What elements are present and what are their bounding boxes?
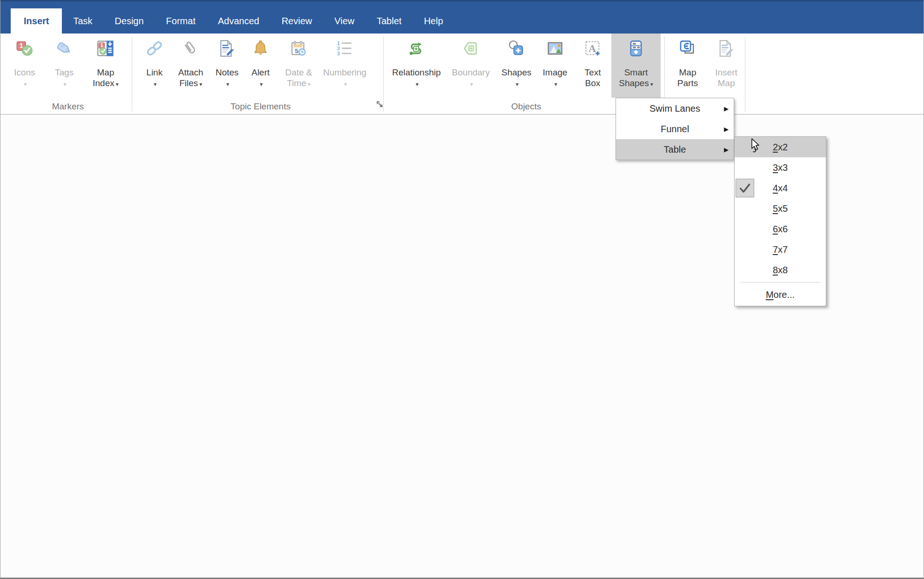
submenu-item-more[interactable]: More... xyxy=(735,284,826,305)
text-box-icon: A xyxy=(583,39,602,58)
tags-button: Tags▾ xyxy=(45,34,83,98)
svg-text:A: A xyxy=(588,42,596,54)
paperclip-icon xyxy=(181,39,200,58)
menu-item-swim-lanes[interactable]: Swim Lanes ▶ xyxy=(616,98,734,119)
dropdown-caret-icon: ▾ xyxy=(116,81,119,88)
icons-button: 1 Icons▾ xyxy=(4,34,45,98)
numbering-button: 123 Numbering▾ xyxy=(320,34,370,98)
tag-icon xyxy=(55,39,74,58)
tab-view[interactable]: View xyxy=(323,8,366,34)
dropdown-caret-icon: ▾ xyxy=(260,81,262,88)
dropdown-caret-icon: ▾ xyxy=(650,81,653,88)
tab-advanced[interactable]: Advanced xyxy=(207,8,270,34)
checked-indicator xyxy=(736,179,754,197)
date-time-button: 5 Date &Time▾ xyxy=(278,34,320,98)
dropdown-caret-icon: ▾ xyxy=(516,81,518,88)
map-parts-button[interactable]: MapParts▾ xyxy=(667,34,708,98)
submenu-item-3x3[interactable]: 3x3 xyxy=(735,157,826,178)
menu-item-funnel[interactable]: Funnel ▶ xyxy=(616,119,734,139)
dropdown-caret-icon: ▾ xyxy=(415,81,418,88)
relationship-button[interactable]: Relationship▾ xyxy=(388,34,445,98)
submenu-item-7x7[interactable]: 7x7 xyxy=(735,239,826,260)
calendar-clock-icon: 5 xyxy=(289,39,308,58)
dropdown-caret-icon: ▾ xyxy=(308,81,310,88)
smart-shapes-icon xyxy=(627,39,645,58)
map-index-icon: 1 xyxy=(96,39,115,58)
tab-review[interactable]: Review xyxy=(270,8,323,34)
tab-design[interactable]: Design xyxy=(104,8,155,34)
tab-task[interactable]: Task xyxy=(62,8,103,34)
submenu-arrow-icon: ▶ xyxy=(724,105,729,112)
shapes-button[interactable]: Shapes▾ xyxy=(497,34,536,98)
shapes-icon xyxy=(507,39,526,58)
dropdown-caret-icon: ▾ xyxy=(200,81,202,88)
submenu-item-6x6[interactable]: 6x6 xyxy=(735,219,826,239)
map-parts-icon xyxy=(678,39,697,58)
text-box-button[interactable]: A TextBox▾ xyxy=(574,34,611,98)
tab-insert[interactable]: Insert xyxy=(11,8,62,34)
icons-icon: 1 xyxy=(15,39,34,58)
insert-map-button: InsertMap▾ xyxy=(708,34,744,98)
tab-tablet[interactable]: Tablet xyxy=(366,8,413,34)
group-separator xyxy=(383,36,384,112)
dropdown-caret-icon: ▾ xyxy=(24,81,27,88)
boundary-button: Boundary▾ xyxy=(445,34,497,98)
submenu-arrow-icon: ▶ xyxy=(724,146,729,153)
map-index-button[interactable]: 1 MapIndex▾ xyxy=(83,34,128,98)
menu-item-table[interactable]: Table ▶ xyxy=(616,139,734,160)
group-label-topic-elements: Topic Elements xyxy=(133,101,388,112)
submenu-item-5x5[interactable]: 5x5 xyxy=(735,198,826,219)
ribbon: 1 Icons▾ Tags▾ 1 MapIndex▾ Markers xyxy=(0,34,924,114)
dropdown-caret-icon: ▾ xyxy=(63,81,66,88)
ribbon-group-topic-elements: Link▾ AttachFiles▾ Notes▾ Alert▾ xyxy=(133,34,388,114)
link-button[interactable]: Link▾ xyxy=(138,34,171,98)
menu-separator xyxy=(740,282,820,283)
group-label-markers: Markers xyxy=(4,101,132,112)
ribbon-tab-bar: Insert Task Design Format Advanced Revie… xyxy=(0,0,924,34)
svg-text:5: 5 xyxy=(295,47,299,54)
table-size-submenu: 2x2 3x3 4x4 5x5 6x6 7x7 8x8 More... xyxy=(734,136,826,306)
dropdown-caret-icon: ▾ xyxy=(226,81,229,88)
notes-icon xyxy=(218,39,236,58)
group-separator xyxy=(745,36,745,112)
tab-help[interactable]: Help xyxy=(413,8,454,34)
svg-text:3: 3 xyxy=(337,51,340,56)
boundary-icon xyxy=(462,39,480,58)
ribbon-group-markers: 1 Icons▾ Tags▾ 1 MapIndex▾ Markers xyxy=(4,34,132,114)
alert-button[interactable]: Alert▾ xyxy=(243,34,278,98)
submenu-arrow-icon: ▶ xyxy=(724,126,729,133)
attach-files-button[interactable]: AttachFiles▾ xyxy=(171,34,211,98)
check-icon xyxy=(736,179,754,197)
image-button[interactable]: Image▾ xyxy=(536,34,574,98)
submenu-item-8x8[interactable]: 8x8 xyxy=(735,260,826,280)
dropdown-caret-icon: ▾ xyxy=(470,81,473,88)
dropdown-caret-icon: ▾ xyxy=(154,81,156,88)
link-icon xyxy=(145,39,164,58)
group-separator xyxy=(132,36,132,112)
numbered-list-icon: 123 xyxy=(335,39,354,58)
bell-icon xyxy=(251,39,270,58)
dropdown-caret-icon: ▾ xyxy=(554,81,557,88)
tab-format[interactable]: Format xyxy=(155,8,207,34)
app-window: Insert Task Design Format Advanced Revie… xyxy=(0,0,924,579)
svg-text:1: 1 xyxy=(100,42,103,48)
submenu-item-4x4[interactable]: 4x4 xyxy=(735,178,826,198)
smart-shapes-button[interactable]: SmartShapes▾ xyxy=(611,34,661,98)
smart-shapes-menu: Swim Lanes ▶ Funnel ▶ Table ▶ xyxy=(616,98,734,160)
image-icon xyxy=(546,39,564,58)
relationship-icon xyxy=(407,39,426,58)
notes-button[interactable]: Notes▾ xyxy=(211,34,243,98)
submenu-item-2x2[interactable]: 2x2 xyxy=(735,137,826,157)
dropdown-caret-icon: ▾ xyxy=(344,81,347,88)
insert-map-icon xyxy=(717,39,736,58)
